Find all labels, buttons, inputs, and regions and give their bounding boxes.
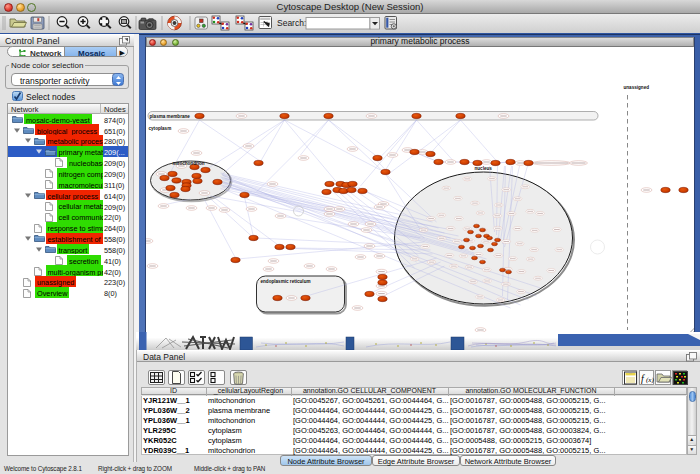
- svg-text:(x): (x): [646, 375, 654, 383]
- svg-text:nucleus: nucleus: [474, 166, 492, 171]
- svg-text:Search:: Search:: [277, 18, 306, 28]
- svg-text:unassigned: unassigned: [623, 85, 649, 90]
- svg-text:mitochondrion: mitochondrion: [172, 161, 204, 166]
- svg-text:f: f: [641, 372, 645, 383]
- svg-text:endoplasmic reticulum: endoplasmic reticulum: [260, 279, 310, 284]
- svg-text:cytoplasm: cytoplasm: [148, 126, 171, 131]
- svg-text:plasma membrane: plasma membrane: [149, 114, 190, 119]
